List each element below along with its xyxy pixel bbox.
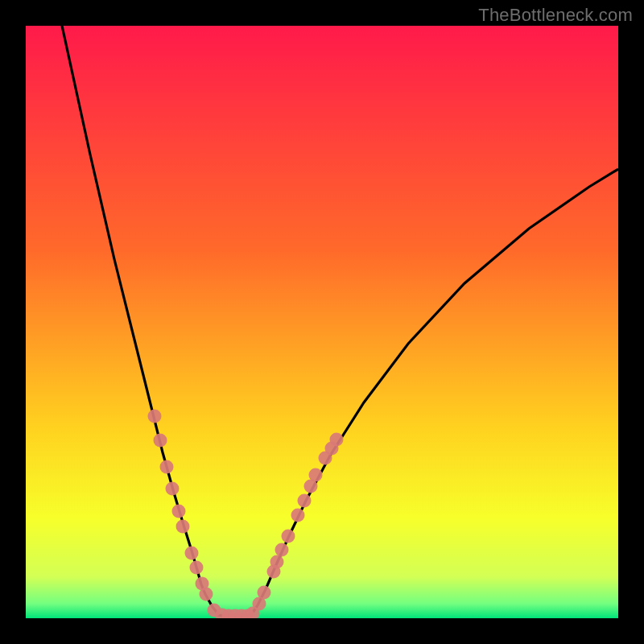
watermark-text: TheBottleneck.com [478,5,633,26]
data-marker [190,561,204,575]
data-marker [298,494,312,508]
data-marker [282,530,295,543]
plot-area [26,26,618,618]
data-marker [275,543,289,557]
data-marker [176,520,190,534]
data-marker [185,547,199,560]
data-marker [200,588,213,601]
chart-frame: TheBottleneck.com [0,0,644,644]
data-marker [160,460,174,474]
data-marker [325,442,339,456]
data-marker [309,469,323,482]
data-marker [291,509,305,522]
data-marker [172,505,186,518]
data-marker [267,565,281,579]
data-marker [258,586,271,600]
curve-layer [26,26,618,618]
marker-group [148,410,344,619]
data-marker [148,410,162,423]
data-marker [154,434,167,448]
bottleneck-curve [62,26,618,616]
data-marker [166,482,180,496]
